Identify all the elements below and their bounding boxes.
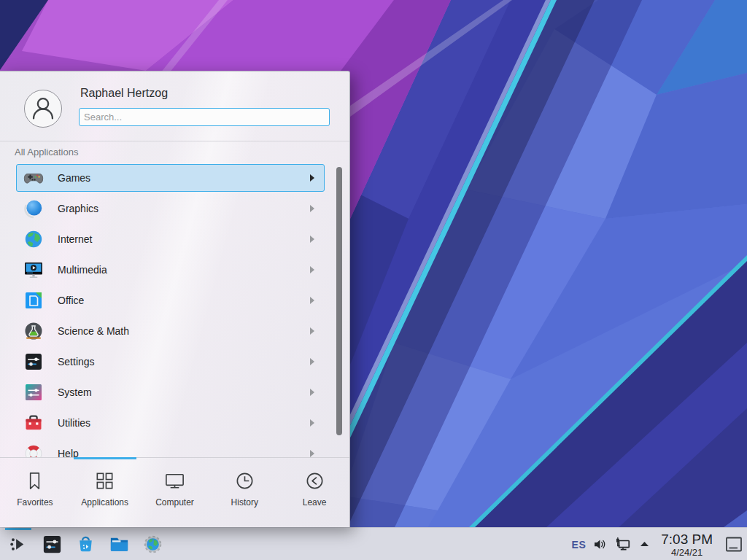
- menu-item-help[interactable]: Help: [16, 440, 325, 457]
- show-desktop-button[interactable]: [724, 534, 743, 554]
- launcher-tab-bar: Favorites Applications Computer: [0, 457, 349, 528]
- file-manager-button[interactable]: [102, 528, 136, 560]
- tab-history[interactable]: History: [209, 458, 279, 528]
- tab-leave[interactable]: Leave: [279, 458, 349, 528]
- submenu-arrow-icon: [310, 419, 314, 427]
- category-list: Games Graphics: [0, 158, 350, 457]
- submenu-arrow-icon: [310, 236, 314, 243]
- network-icon[interactable]: [614, 537, 632, 553]
- bookmark-icon: [23, 470, 46, 492]
- app-grid-icon: [93, 470, 116, 492]
- kickoff-launcher-button[interactable]: [1, 528, 35, 560]
- tab-computer[interactable]: Computer: [140, 458, 210, 528]
- folder-icon: [108, 533, 131, 556]
- menu-item-system[interactable]: System: [16, 378, 325, 406]
- menu-item-label: Science & Math: [58, 325, 310, 337]
- menu-item-games[interactable]: Games: [16, 164, 325, 192]
- document-icon: [23, 290, 44, 311]
- search-input[interactable]: [79, 108, 330, 126]
- menu-item-label: Office: [58, 295, 310, 306]
- web-browser-button[interactable]: [136, 528, 169, 560]
- leave-icon: [303, 470, 326, 492]
- submenu-arrow-icon: [310, 205, 314, 212]
- submenu-arrow-icon: [310, 358, 314, 365]
- menu-item-utilities[interactable]: Utilities: [16, 409, 325, 437]
- menu-item-multimedia[interactable]: Multimedia: [16, 256, 325, 284]
- list-scrollbar[interactable]: [336, 167, 342, 435]
- expand-tray-icon[interactable]: [638, 538, 651, 551]
- launcher-header: Raphael Hertzog: [0, 71, 349, 141]
- system-settings-icon: [41, 533, 63, 556]
- discover-bag-icon: [74, 533, 97, 556]
- menu-item-label: Graphics: [58, 203, 310, 214]
- gamepad-icon: [23, 168, 44, 188]
- desktop: Raphael Hertzog All Applications: [0, 0, 747, 560]
- submenu-arrow-icon: [310, 174, 314, 182]
- submenu-arrow-icon: [310, 450, 314, 457]
- clock-date: 4/24/21: [661, 548, 713, 557]
- menu-item-office[interactable]: Office: [16, 287, 325, 314]
- menu-item-internet[interactable]: Internet: [16, 225, 325, 253]
- clock-icon: [233, 470, 256, 492]
- submenu-arrow-icon: [310, 266, 314, 273]
- lifebuoy-icon: [23, 443, 44, 457]
- paint-sphere-icon: [23, 198, 44, 219]
- sliders-icon: [23, 351, 44, 372]
- monitor-play-icon: [23, 260, 44, 280]
- submenu-arrow-icon: [310, 297, 314, 304]
- show-desktop-icon: [724, 535, 743, 554]
- system-tray: ES: [572, 528, 747, 560]
- tab-label: Leave: [303, 497, 327, 508]
- tab-favorites[interactable]: Favorites: [0, 458, 70, 528]
- system-sliders-icon: [23, 382, 44, 402]
- tab-label: Applications: [81, 497, 128, 508]
- menu-item-label: System: [58, 386, 310, 398]
- menu-item-label: Utilities: [58, 417, 310, 429]
- kde-kickoff-icon: [7, 533, 30, 556]
- menu-item-label: Help: [58, 448, 310, 457]
- tab-label: History: [231, 497, 258, 508]
- menu-item-graphics[interactable]: Graphics: [16, 195, 325, 222]
- user-name: Raphael Hertzog: [80, 87, 168, 100]
- submenu-arrow-icon: [310, 389, 314, 396]
- application-launcher-panel: Raphael Hertzog All Applications: [0, 71, 350, 527]
- flask-icon: [23, 321, 44, 341]
- menu-item-settings[interactable]: Settings: [16, 348, 325, 376]
- user-avatar[interactable]: [24, 90, 62, 128]
- tab-label: Computer: [155, 497, 194, 508]
- computer-icon: [163, 470, 186, 492]
- tab-label: Favorites: [17, 497, 53, 508]
- submenu-arrow-icon: [310, 327, 314, 335]
- user-icon: [26, 92, 60, 125]
- globe-gear-icon: [142, 533, 164, 556]
- menu-item-label: Internet: [58, 233, 310, 245]
- menu-item-label: Settings: [58, 356, 310, 368]
- tab-applications[interactable]: Applications: [70, 458, 140, 528]
- section-label: All Applications: [15, 147, 78, 158]
- toolbox-icon: [23, 413, 44, 433]
- menu-item-science-math[interactable]: Science & Math: [16, 317, 325, 345]
- keyboard-layout-indicator[interactable]: ES: [572, 539, 587, 551]
- menu-item-label: Games: [58, 172, 310, 184]
- menu-item-label: Multimedia: [58, 264, 310, 276]
- digital-clock[interactable]: 7:03 PM 4/24/21: [661, 532, 713, 557]
- taskbar-launchers: [1, 528, 169, 560]
- volume-icon[interactable]: [592, 537, 608, 552]
- globe-icon: [23, 229, 44, 249]
- clock-time: 7:03 PM: [661, 532, 713, 546]
- discover-button[interactable]: [69, 528, 102, 560]
- taskbar: ES: [0, 527, 747, 560]
- system-settings-button[interactable]: [35, 528, 69, 560]
